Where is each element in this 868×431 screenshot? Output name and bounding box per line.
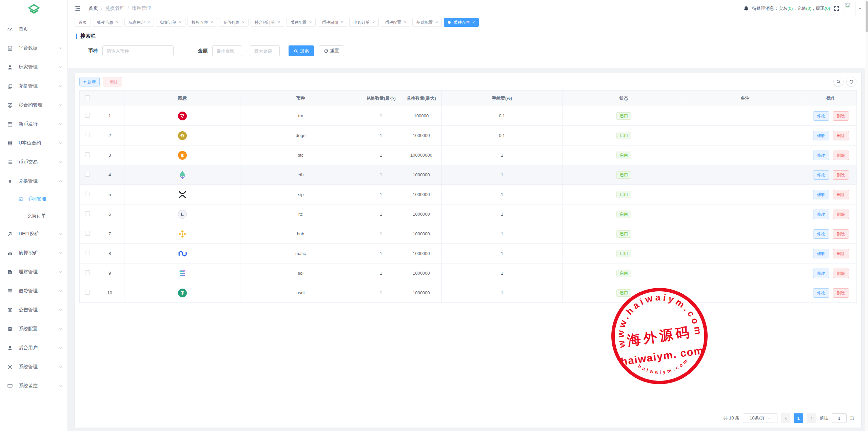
edit-button[interactable]: 修改 — [813, 111, 829, 121]
tab-item[interactable]: 授权管理× — [188, 18, 217, 27]
row-delete-button[interactable]: 删除 — [833, 170, 849, 180]
tab-item[interactable]: 充值列表× — [219, 18, 249, 27]
edit-button[interactable]: 修改 — [813, 170, 829, 180]
sidebar-item[interactable]: 充提管理 — [0, 77, 67, 96]
tab-item[interactable]: 币种配置× — [286, 18, 316, 27]
row-delete-button[interactable]: 删除 — [833, 111, 849, 121]
tab-item[interactable]: 币种周期× — [318, 18, 347, 27]
edit-button[interactable]: 修改 — [813, 151, 829, 160]
breadcrumb-item[interactable]: 兑换管理 — [105, 5, 124, 12]
sidebar-item[interactable]: 秒合约管理 — [0, 96, 67, 115]
row-delete-button[interactable]: 删除 — [833, 131, 849, 140]
sidebar-item[interactable]: 新币发行 — [0, 115, 67, 134]
add-button[interactable]: + 新增 — [79, 77, 100, 86]
sidebar-item[interactable]: ¥ 兑换管理 — [0, 172, 67, 191]
sidebar-item[interactable]: 币币交易 — [0, 153, 67, 172]
sidebar-item[interactable]: 借贷管理 — [0, 281, 67, 300]
tab-item[interactable]: 玩家用户× — [124, 18, 154, 27]
close-icon[interactable]: × — [242, 20, 244, 24]
search-button[interactable]: 搜索 — [289, 45, 314, 56]
sidebar-item[interactable]: DEFI挖矿 — [0, 224, 67, 243]
close-icon[interactable]: × — [372, 20, 375, 24]
sidebar-item[interactable]: U本位合约 — [0, 134, 67, 153]
avatar[interactable] — [844, 2, 856, 15]
row-checkbox[interactable] — [85, 192, 90, 196]
row-checkbox[interactable] — [85, 290, 90, 295]
close-icon[interactable]: × — [472, 20, 475, 24]
sidebar-item[interactable]: 系统监控 — [0, 376, 67, 395]
sidebar-item[interactable]: 首页 — [0, 20, 67, 39]
edit-button[interactable]: 修改 — [813, 229, 829, 239]
edit-button[interactable]: 修改 — [813, 131, 829, 140]
close-icon[interactable]: × — [435, 20, 438, 24]
sidebar-item[interactable]: 后台用户 — [0, 338, 67, 357]
row-checkbox[interactable] — [85, 152, 90, 157]
page-number-1[interactable]: 1 — [794, 413, 803, 423]
sidebar-item[interactable]: 质押挖矿 — [0, 243, 67, 262]
row-delete-button[interactable]: 删除 — [833, 249, 849, 258]
row-checkbox[interactable] — [85, 172, 90, 177]
row-delete-button[interactable]: 删除 — [833, 288, 849, 298]
edit-button[interactable]: 修改 — [813, 288, 829, 298]
tab-item[interactable]: 首页 — [75, 18, 91, 27]
sidebar-subitem[interactable]: 币种管理 — [0, 191, 67, 208]
sidebar-item[interactable]: 系统配置 — [0, 319, 67, 338]
close-icon[interactable]: × — [341, 20, 343, 24]
tab-item[interactable]: 归集订单× — [156, 18, 185, 27]
row-delete-button[interactable]: 删除 — [833, 210, 849, 219]
next-page-button[interactable] — [807, 413, 816, 423]
close-icon[interactable]: × — [309, 20, 312, 24]
coin-input[interactable] — [102, 45, 174, 56]
prev-page-button[interactable] — [781, 413, 790, 423]
tab-item[interactable]: 账变信息× — [93, 18, 122, 27]
row-checkbox[interactable] — [85, 113, 90, 118]
reset-button[interactable]: 重置 — [319, 45, 344, 56]
tab-item[interactable]: 秒合约订单× — [251, 18, 284, 27]
tab-item[interactable]: 基础配置× — [412, 18, 442, 27]
row-delete-button[interactable]: 删除 — [833, 151, 849, 160]
close-icon[interactable]: × — [179, 20, 181, 24]
sidebar-item[interactable]: 公告管理 — [0, 300, 67, 319]
row-delete-button[interactable]: 删除 — [833, 269, 849, 278]
bell-icon[interactable] — [743, 6, 749, 12]
page-size-select[interactable]: 10条/页 — [743, 413, 777, 423]
sidebar-item[interactable]: 平台数据 — [0, 39, 67, 58]
edit-button[interactable]: 修改 — [813, 210, 829, 219]
tab-item[interactable]: 币种管理× — [444, 18, 479, 27]
scrollbar-thumb[interactable] — [866, 1, 868, 32]
delete-button[interactable]: - 删除 — [103, 77, 122, 86]
edit-button[interactable]: 修改 — [813, 249, 829, 258]
tab-item[interactable]: 币种配置× — [381, 18, 410, 27]
sidebar-item[interactable]: 玩家管理 — [0, 58, 67, 77]
max-amount-input[interactable] — [250, 45, 280, 56]
select-all-checkbox[interactable] — [85, 95, 90, 100]
edit-button[interactable]: 修改 — [813, 269, 829, 278]
close-icon[interactable]: × — [147, 20, 150, 24]
tab-item[interactable]: 申购订单× — [349, 18, 379, 27]
goto-page-input[interactable] — [832, 413, 847, 423]
edit-button[interactable]: 修改 — [813, 190, 829, 199]
close-icon[interactable]: × — [211, 20, 213, 24]
row-delete-button[interactable]: 删除 — [833, 190, 849, 199]
row-checkbox[interactable] — [85, 211, 90, 216]
close-icon[interactable]: × — [404, 20, 406, 24]
row-checkbox[interactable] — [85, 231, 90, 236]
sidebar-subitem[interactable]: 兑换订单 — [0, 208, 67, 224]
close-icon[interactable]: × — [278, 20, 280, 24]
sidebar-collapse-icon[interactable] — [75, 5, 81, 12]
row-checkbox[interactable] — [85, 133, 90, 137]
min-amount-input[interactable] — [212, 45, 242, 56]
fullscreen-icon[interactable] — [833, 5, 840, 12]
row-delete-button[interactable]: 删除 — [833, 229, 849, 239]
row-checkbox[interactable] — [85, 270, 90, 275]
breadcrumb-item[interactable]: 币种管理 — [132, 5, 151, 12]
page-scrollbar[interactable] — [865, 0, 868, 431]
sidebar-item[interactable]: 理财管理 — [0, 262, 67, 281]
sidebar-item[interactable]: 系统管理 — [0, 357, 67, 376]
chevron-down-icon[interactable] — [858, 7, 862, 11]
breadcrumb-item[interactable]: 首页 — [88, 5, 98, 12]
close-icon[interactable]: × — [116, 20, 118, 24]
row-checkbox[interactable] — [85, 251, 90, 255]
table-refresh-icon-button[interactable] — [846, 77, 856, 87]
table-search-icon-button[interactable] — [833, 77, 844, 87]
